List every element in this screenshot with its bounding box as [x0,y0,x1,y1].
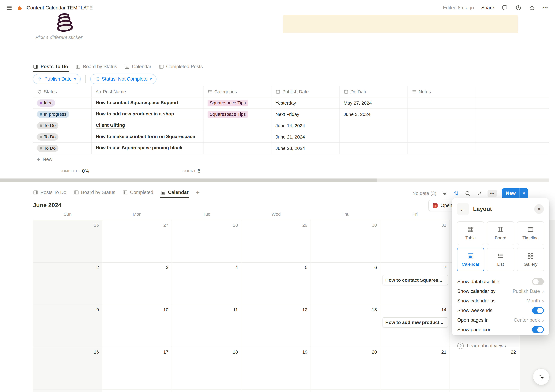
extra-cell[interactable] [476,143,549,154]
calendar-day-cell[interactable]: 19 [241,347,311,390]
calendar-event-card[interactable]: How to add new product... [382,317,448,328]
calendar-event-card[interactable]: How to contact Squares... [382,275,448,285]
extra-cell[interactable] [476,131,549,143]
setting-control[interactable] [532,307,544,314]
calendar-day-cell[interactable]: 9 [33,305,102,347]
sort-publish-date-chip[interactable]: Publish Date ∨ [33,74,81,84]
setting-control[interactable] [532,326,544,333]
calendar-day-cell[interactable]: 10 [102,305,172,347]
status-badge[interactable]: To Do [37,133,58,141]
category-tag[interactable]: Squarespace Tips [208,111,248,118]
notes-cell[interactable] [408,98,476,108]
publish-date-cell[interactable]: June 28, 2024 [271,143,340,154]
hamburger-menu-icon[interactable] [6,5,12,11]
view-tab-calendar[interactable]: Calendar [161,190,189,195]
complete-aggregate[interactable]: COMPLETE 0% [59,165,89,177]
post-name-cell[interactable]: How to contact Squarespace Support [92,98,204,108]
calendar-day-cell[interactable]: 21 [380,347,450,390]
calendar-day-cell[interactable] [380,390,450,392]
calendar-day-cell[interactable]: 17 [102,347,172,390]
do-date-cell[interactable] [340,120,408,131]
toggle-switch[interactable] [532,326,544,333]
publish-date-cell[interactable]: June 21, 2024 [271,131,340,143]
post-name-link[interactable]: Client Gifting [96,122,125,128]
toggle-switch[interactable] [532,307,544,314]
column-header-categories[interactable]: Categories [204,86,271,97]
view-tab-board-by-status[interactable]: Board by Status [75,64,117,69]
view-options-more-button[interactable]: ••• [488,190,497,197]
column-header-status[interactable]: Status [33,86,92,97]
more-options-icon[interactable]: ••• [543,5,548,10]
count-aggregate[interactable]: COUNT 5 [183,165,200,177]
do-date-cell[interactable] [340,143,408,154]
calendar-day-cell[interactable]: 29 [241,220,311,263]
status-badge[interactable]: To Do [37,145,58,152]
publish-date-cell[interactable]: June 14, 2024 [271,120,340,131]
calendar-day-cell[interactable]: 13 [311,305,380,347]
history-clock-icon[interactable] [515,5,521,11]
view-tab-completed-posts[interactable]: Completed Posts [159,64,203,69]
ai-sparkle-button[interactable] [533,369,549,385]
post-name-cell[interactable]: How to add new products in a shop [92,109,204,120]
publish-date-cell[interactable]: Yesterday [271,98,340,108]
notes-cell[interactable] [408,120,476,131]
add-view-button[interactable]: + [196,190,200,195]
setting-control[interactable]: Publish Date› [513,288,544,294]
column-header-publish-date[interactable]: Publish Date [271,86,340,97]
no-date-counter[interactable]: No date (3) [412,191,436,196]
status-filter-chip[interactable]: Status: Not Complete ∨ [90,74,156,84]
view-tab-completed[interactable]: Completed [122,190,153,195]
calendar-day-cell[interactable] [311,390,380,392]
layout-option-list[interactable]: List [487,248,514,271]
view-tab-calendar[interactable]: Calendar [124,64,151,69]
layout-option-board[interactable]: Board [487,221,514,245]
notes-cell[interactable] [408,143,476,154]
post-name-link[interactable]: How to contact Squarespace Support [96,100,178,106]
search-icon[interactable] [465,190,471,196]
chevron-down-icon[interactable]: ∨ [520,188,528,198]
toggle-switch[interactable] [532,278,544,285]
layout-option-gallery[interactable]: Gallery [517,248,544,271]
notes-cell[interactable] [408,131,476,143]
calendar-day-cell[interactable]: 6 [311,263,380,305]
share-button[interactable]: Share [481,5,494,11]
status-cell[interactable]: To Do [33,120,92,131]
view-tab-posts-to-do[interactable]: Posts To Do [33,190,66,195]
calendar-day-cell[interactable]: 3 [102,263,172,305]
setting-control[interactable] [532,278,544,285]
calendar-day-cell[interactable]: 20 [311,347,380,390]
close-icon[interactable]: × [534,204,544,214]
column-header-do-date[interactable]: Do Date [340,86,408,97]
star-icon[interactable] [529,5,535,11]
extra-cell[interactable] [476,109,549,120]
calendar-day-cell[interactable]: 30 [311,220,380,263]
back-arrow-icon[interactable]: ← [457,203,469,215]
view-tab-board-by-status[interactable]: Board by Status [73,190,115,195]
calendar-day-cell[interactable] [102,390,172,392]
pick-sticker-link[interactable]: Pick a different sticker [35,35,82,41]
status-badge[interactable]: Idea [37,100,55,107]
do-date-cell[interactable]: May 27, 2024 [340,98,408,108]
categories-cell[interactable]: Squarespace Tips [204,109,271,120]
category-tag[interactable]: Squarespace Tips [208,100,248,107]
notes-cell[interactable] [408,109,476,120]
extra-cell[interactable] [476,120,549,131]
calendar-day-cell[interactable]: 16 [33,347,102,390]
calendar-day-cell[interactable] [33,390,102,392]
calendar-day-cell[interactable]: 14How to add new product... [380,305,450,347]
status-cell[interactable]: Idea [33,98,92,108]
column-header-post-name[interactable]: AaPost Name [92,86,204,97]
status-cell[interactable]: To Do [33,143,92,154]
layout-option-table[interactable]: Table [457,221,484,245]
calendar-day-cell[interactable]: 7How to contact Squares... [380,263,450,305]
calendar-day-cell[interactable]: 22 [450,347,519,390]
post-name-link[interactable]: How to use Squarespace pinning block [96,145,182,151]
new-row-button[interactable]: + New [33,154,549,165]
calendar-day-cell[interactable]: 12 [241,305,311,347]
calendar-day-cell[interactable]: 11 [172,305,241,347]
calendar-day-cell[interactable] [172,390,241,392]
status-cell[interactable]: To Do [33,131,92,143]
post-name-link[interactable]: How to add new products in a shop [96,111,174,117]
post-name-cell[interactable]: How to use Squarespace pinning block [92,143,204,154]
calendar-day-cell[interactable]: 2 [33,263,102,305]
